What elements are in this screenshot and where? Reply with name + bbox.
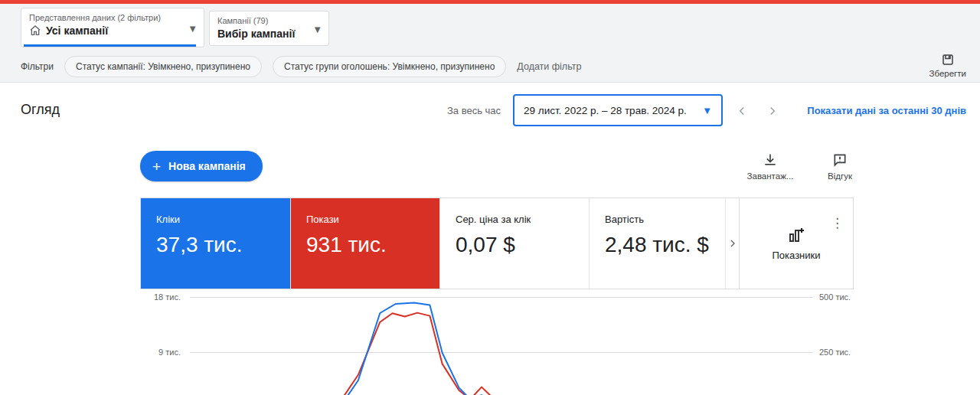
- scorecard-value: 0,07 $: [456, 233, 573, 257]
- scorecard-label: Покази: [306, 214, 424, 225]
- download-button[interactable]: Завантаж...: [745, 152, 795, 181]
- more-options-icon[interactable]: ⋮: [831, 217, 844, 230]
- scorecard-label: Сер. ціна за клік: [456, 214, 573, 225]
- scorecard-value: 931 тис.: [306, 233, 424, 257]
- date-range-picker[interactable]: 29 лист. 2022 р. – 28 трав. 2024 р. ▼: [513, 94, 723, 126]
- new-campaign-button[interactable]: + Нова кампанія: [140, 151, 263, 181]
- scorecard-label: Кліки: [156, 214, 275, 225]
- download-label: Завантаж...: [747, 171, 794, 181]
- scorecards-scroll-right-button[interactable]: [725, 198, 739, 289]
- save-label: Зберегти: [929, 69, 966, 78]
- filter-bar: Фільтри Статус кампанії: Увімкнено, приз…: [0, 51, 980, 83]
- download-icon: [763, 152, 778, 168]
- scorecard-clicks[interactable]: Кліки 37,3 тис.: [141, 198, 290, 289]
- metrics-panel-button[interactable]: Показники ⋮: [739, 198, 853, 289]
- filter-chip-adgroup-status[interactable]: Статус групи оголошень: Увімкнено, призу…: [273, 56, 506, 77]
- save-icon: [941, 53, 955, 67]
- scorecard-cost[interactable]: Вартість 2,48 тис. $: [589, 198, 725, 289]
- filters-label: Фільтри: [21, 61, 54, 72]
- new-campaign-label: Нова кампанія: [168, 160, 246, 172]
- campaign-selector[interactable]: Кампанії (79) Вибір кампанії ▼: [209, 11, 329, 46]
- campaign-selector-value: Вибір кампанії: [217, 28, 295, 40]
- previous-period-button[interactable]: [732, 101, 752, 121]
- filter-chip-campaign-status[interactable]: Статус кампанії: Увімкнено, призупинено: [64, 56, 262, 77]
- next-period-button[interactable]: [763, 101, 782, 121]
- overview-chart: 18 тис. 9 тис. 500 тис. 250 тис.: [0, 289, 980, 395]
- scorecard-label: Вартість: [605, 214, 710, 225]
- time-scope-label: За весь час: [447, 105, 501, 116]
- feedback-button[interactable]: Відгук: [816, 152, 864, 181]
- save-button[interactable]: Зберегти: [929, 53, 966, 78]
- feedback-label: Відгук: [828, 171, 852, 181]
- feedback-icon: [832, 152, 848, 168]
- add-filter-button[interactable]: Додати фільтр: [517, 61, 581, 72]
- show-last-30-days-link[interactable]: Показати дані за останні 30 днів: [807, 105, 966, 116]
- scorecard-strip: Кліки 37,3 тис. Покази 931 тис. Сер. цін…: [140, 198, 854, 289]
- plus-icon: +: [152, 159, 161, 174]
- metrics-panel-label: Показники: [773, 250, 821, 261]
- metrics-columns-icon: [787, 226, 805, 244]
- chevron-down-icon: ▼: [702, 105, 712, 116]
- scorecard-impressions[interactable]: Покази 931 тис.: [290, 198, 439, 289]
- campaign-selector-label: Кампанії (79): [217, 16, 321, 25]
- overview-chart-svg: [0, 289, 980, 395]
- page-title: Огляд: [21, 102, 60, 118]
- data-view-selector[interactable]: Представлення даних (2 фільтри) Усі камп…: [21, 8, 204, 47]
- chevron-down-icon: ▼: [188, 23, 198, 34]
- chevron-down-icon: ▼: [312, 24, 322, 35]
- scorecard-value: 2,48 тис. $: [605, 233, 710, 257]
- data-view-selector-value: Усі кампанії: [46, 24, 108, 37]
- home-icon: [29, 24, 41, 37]
- scorecard-value: 37,3 тис.: [156, 233, 275, 257]
- data-view-selector-label: Представлення даних (2 фільтри): [29, 13, 196, 22]
- date-range-value: 29 лист. 2022 р. – 28 трав. 2024 р.: [524, 105, 687, 116]
- scorecard-avg-cpc[interactable]: Сер. ціна за клік 0,07 $: [439, 198, 589, 289]
- google-ads-overview-page: Представлення даних (2 фільтри) Усі камп…: [0, 0, 980, 395]
